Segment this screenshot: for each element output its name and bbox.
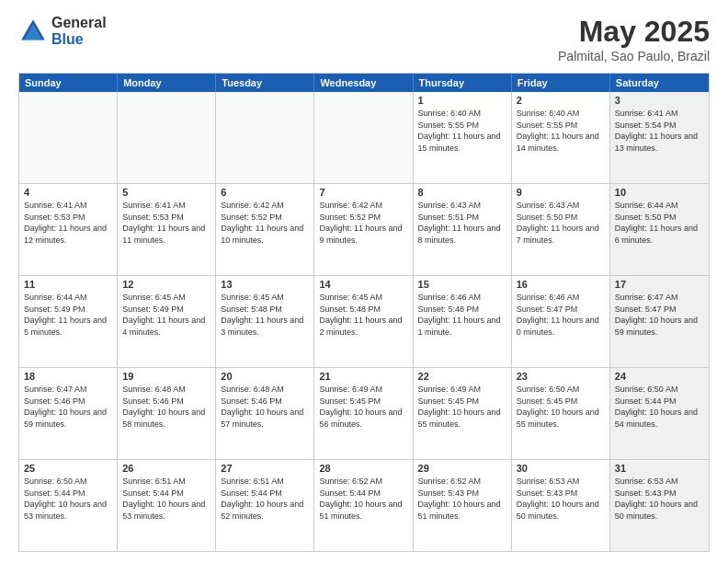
day-info: Sunrise: 6:43 AM Sunset: 5:51 PM Dayligh… xyxy=(418,200,506,246)
day-number: 22 xyxy=(418,371,506,382)
day-cell-7: 7Sunrise: 6:42 AM Sunset: 5:52 PM Daylig… xyxy=(314,184,413,275)
day-cell-22: 22Sunrise: 6:49 AM Sunset: 5:45 PM Dayli… xyxy=(414,368,512,459)
day-info: Sunrise: 6:41 AM Sunset: 5:53 PM Dayligh… xyxy=(24,200,112,246)
header-day-friday: Friday xyxy=(512,74,610,92)
header-day-sunday: Sunday xyxy=(19,74,118,92)
day-info: Sunrise: 6:42 AM Sunset: 5:52 PM Dayligh… xyxy=(221,200,309,246)
day-number: 15 xyxy=(418,279,506,290)
empty-cell-0-2 xyxy=(216,92,314,183)
logo: General Blue xyxy=(18,15,107,47)
day-info: Sunrise: 6:40 AM Sunset: 5:55 PM Dayligh… xyxy=(418,108,506,154)
day-number: 28 xyxy=(319,463,407,474)
day-number: 25 xyxy=(24,463,112,474)
month-title: May 2025 xyxy=(558,15,710,49)
day-cell-13: 13Sunrise: 6:45 AM Sunset: 5:48 PM Dayli… xyxy=(216,276,314,367)
header-day-saturday: Saturday xyxy=(610,74,709,92)
day-info: Sunrise: 6:53 AM Sunset: 5:43 PM Dayligh… xyxy=(517,476,605,522)
logo-general: General xyxy=(51,15,107,31)
location: Palmital, Sao Paulo, Brazil xyxy=(558,49,710,63)
day-number: 17 xyxy=(615,279,704,290)
day-number: 26 xyxy=(122,463,210,474)
empty-cell-0-1 xyxy=(118,92,216,183)
day-cell-24: 24Sunrise: 6:50 AM Sunset: 5:44 PM Dayli… xyxy=(610,368,709,459)
day-cell-9: 9Sunrise: 6:43 AM Sunset: 5:50 PM Daylig… xyxy=(512,184,610,275)
day-info: Sunrise: 6:50 AM Sunset: 5:44 PM Dayligh… xyxy=(24,476,112,522)
header: General Blue May 2025 Palmital, Sao Paul… xyxy=(18,15,710,63)
title-area: May 2025 Palmital, Sao Paulo, Brazil xyxy=(558,15,710,63)
day-cell-1: 1Sunrise: 6:40 AM Sunset: 5:55 PM Daylig… xyxy=(414,92,512,183)
day-number: 21 xyxy=(319,371,407,382)
day-cell-12: 12Sunrise: 6:45 AM Sunset: 5:49 PM Dayli… xyxy=(118,276,216,367)
day-number: 30 xyxy=(517,463,605,474)
calendar: SundayMondayTuesdayWednesdayThursdayFrid… xyxy=(18,73,710,552)
day-number: 10 xyxy=(615,187,704,198)
day-cell-15: 15Sunrise: 6:46 AM Sunset: 5:48 PM Dayli… xyxy=(414,276,512,367)
day-number: 23 xyxy=(517,371,605,382)
day-info: Sunrise: 6:45 AM Sunset: 5:48 PM Dayligh… xyxy=(221,292,309,338)
day-info: Sunrise: 6:40 AM Sunset: 5:55 PM Dayligh… xyxy=(517,108,605,154)
day-info: Sunrise: 6:41 AM Sunset: 5:53 PM Dayligh… xyxy=(122,200,210,246)
day-cell-18: 18Sunrise: 6:47 AM Sunset: 5:46 PM Dayli… xyxy=(19,368,118,459)
day-number: 6 xyxy=(221,187,309,198)
day-cell-28: 28Sunrise: 6:52 AM Sunset: 5:44 PM Dayli… xyxy=(314,460,413,551)
calendar-header: SundayMondayTuesdayWednesdayThursdayFrid… xyxy=(19,74,709,92)
header-day-monday: Monday xyxy=(118,74,216,92)
day-info: Sunrise: 6:45 AM Sunset: 5:49 PM Dayligh… xyxy=(122,292,210,338)
day-cell-23: 23Sunrise: 6:50 AM Sunset: 5:45 PM Dayli… xyxy=(512,368,610,459)
day-info: Sunrise: 6:43 AM Sunset: 5:50 PM Dayligh… xyxy=(517,200,605,246)
day-number: 20 xyxy=(221,371,309,382)
day-cell-6: 6Sunrise: 6:42 AM Sunset: 5:52 PM Daylig… xyxy=(216,184,314,275)
day-number: 1 xyxy=(418,95,506,106)
day-cell-21: 21Sunrise: 6:49 AM Sunset: 5:45 PM Dayli… xyxy=(314,368,413,459)
day-cell-4: 4Sunrise: 6:41 AM Sunset: 5:53 PM Daylig… xyxy=(19,184,118,275)
day-info: Sunrise: 6:41 AM Sunset: 5:54 PM Dayligh… xyxy=(615,108,704,154)
logo-icon xyxy=(18,17,48,46)
day-cell-31: 31Sunrise: 6:53 AM Sunset: 5:43 PM Dayli… xyxy=(610,460,709,551)
calendar-row-1: 4Sunrise: 6:41 AM Sunset: 5:53 PM Daylig… xyxy=(19,183,709,275)
day-number: 2 xyxy=(517,95,605,106)
day-number: 5 xyxy=(122,187,210,198)
day-info: Sunrise: 6:45 AM Sunset: 5:48 PM Dayligh… xyxy=(319,292,407,338)
day-info: Sunrise: 6:53 AM Sunset: 5:43 PM Dayligh… xyxy=(615,476,704,522)
day-number: 14 xyxy=(319,279,407,290)
day-cell-11: 11Sunrise: 6:44 AM Sunset: 5:49 PM Dayli… xyxy=(19,276,118,367)
header-day-thursday: Thursday xyxy=(414,74,512,92)
day-cell-29: 29Sunrise: 6:52 AM Sunset: 5:43 PM Dayli… xyxy=(414,460,512,551)
day-info: Sunrise: 6:44 AM Sunset: 5:49 PM Dayligh… xyxy=(24,292,112,338)
empty-cell-0-0 xyxy=(19,92,118,183)
day-info: Sunrise: 6:47 AM Sunset: 5:46 PM Dayligh… xyxy=(24,384,112,430)
day-cell-10: 10Sunrise: 6:44 AM Sunset: 5:50 PM Dayli… xyxy=(610,184,709,275)
day-number: 7 xyxy=(319,187,407,198)
day-info: Sunrise: 6:46 AM Sunset: 5:47 PM Dayligh… xyxy=(517,292,605,338)
day-cell-19: 19Sunrise: 6:48 AM Sunset: 5:46 PM Dayli… xyxy=(118,368,216,459)
day-number: 31 xyxy=(615,463,704,474)
day-number: 9 xyxy=(517,187,605,198)
day-cell-25: 25Sunrise: 6:50 AM Sunset: 5:44 PM Dayli… xyxy=(19,460,118,551)
header-day-tuesday: Tuesday xyxy=(216,74,314,92)
day-number: 27 xyxy=(221,463,309,474)
day-info: Sunrise: 6:52 AM Sunset: 5:44 PM Dayligh… xyxy=(319,476,407,522)
day-number: 19 xyxy=(122,371,210,382)
calendar-row-4: 25Sunrise: 6:50 AM Sunset: 5:44 PM Dayli… xyxy=(19,459,709,551)
calendar-row-3: 18Sunrise: 6:47 AM Sunset: 5:46 PM Dayli… xyxy=(19,367,709,459)
calendar-body: 1Sunrise: 6:40 AM Sunset: 5:55 PM Daylig… xyxy=(19,92,709,551)
day-cell-3: 3Sunrise: 6:41 AM Sunset: 5:54 PM Daylig… xyxy=(610,92,709,183)
calendar-row-2: 11Sunrise: 6:44 AM Sunset: 5:49 PM Dayli… xyxy=(19,275,709,367)
day-info: Sunrise: 6:48 AM Sunset: 5:46 PM Dayligh… xyxy=(221,384,309,430)
day-info: Sunrise: 6:48 AM Sunset: 5:46 PM Dayligh… xyxy=(122,384,210,430)
day-info: Sunrise: 6:49 AM Sunset: 5:45 PM Dayligh… xyxy=(319,384,407,430)
day-cell-2: 2Sunrise: 6:40 AM Sunset: 5:55 PM Daylig… xyxy=(512,92,610,183)
logo-text: General Blue xyxy=(51,15,107,47)
day-info: Sunrise: 6:44 AM Sunset: 5:50 PM Dayligh… xyxy=(615,200,704,246)
day-cell-16: 16Sunrise: 6:46 AM Sunset: 5:47 PM Dayli… xyxy=(512,276,610,367)
day-cell-14: 14Sunrise: 6:45 AM Sunset: 5:48 PM Dayli… xyxy=(314,276,413,367)
day-number: 8 xyxy=(418,187,506,198)
day-info: Sunrise: 6:52 AM Sunset: 5:43 PM Dayligh… xyxy=(418,476,506,522)
day-number: 18 xyxy=(24,371,112,382)
day-info: Sunrise: 6:50 AM Sunset: 5:44 PM Dayligh… xyxy=(615,384,704,430)
header-day-wednesday: Wednesday xyxy=(314,74,413,92)
logo-blue: Blue xyxy=(51,31,107,48)
day-info: Sunrise: 6:51 AM Sunset: 5:44 PM Dayligh… xyxy=(122,476,210,522)
day-number: 29 xyxy=(418,463,506,474)
day-number: 24 xyxy=(615,371,704,382)
